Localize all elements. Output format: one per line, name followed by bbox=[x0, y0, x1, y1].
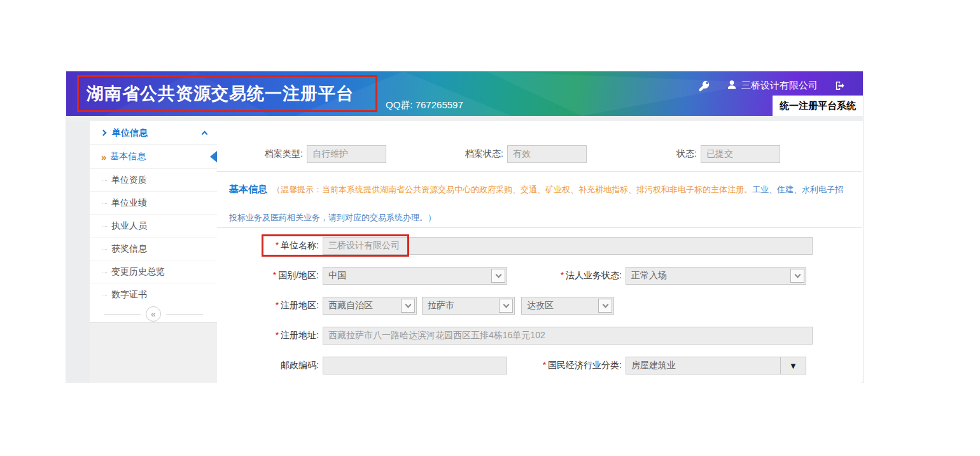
chevron-up-icon bbox=[202, 131, 208, 137]
section-hint-orange: （温馨提示：当前本系统提供湖南省公共资源交易中心的政府采购、交通、矿业权、补充耕… bbox=[272, 185, 752, 194]
sidebar-item-practitioners[interactable]: 执业人员 bbox=[90, 214, 217, 237]
unit-name-label: *单位名称: bbox=[217, 240, 323, 252]
app-window: 湖南省公共资源交易统一注册平台 QQ群: 767265597 三桥设计有限公司 … bbox=[66, 71, 864, 383]
sidebar-filler bbox=[90, 322, 217, 383]
sidebar-item-change-history[interactable]: 变更历史总览 bbox=[90, 260, 217, 283]
legal-status-select[interactable]: 正常入场 bbox=[626, 267, 806, 285]
sidebar-item-digital-certificate[interactable]: 数字证书 bbox=[90, 283, 217, 306]
required-asterisk: * bbox=[561, 270, 564, 280]
active-arrow-icon bbox=[210, 151, 217, 162]
section-intro: 基本信息（温馨提示：当前本系统提供湖南省公共资源交易中心的政府采购、交通、矿业权… bbox=[217, 172, 862, 228]
reg-address-input[interactable] bbox=[323, 327, 813, 345]
sidebar-item-unit-performance[interactable]: 单位业绩 bbox=[90, 191, 217, 214]
header-actions: 三桥设计有限公司 bbox=[699, 80, 845, 92]
industry-select[interactable]: 房屋建筑业 ▼ bbox=[626, 357, 806, 374]
sidebar-item-awards[interactable]: 获奖信息 bbox=[90, 237, 217, 260]
sidebar-item-label: 数字证书 bbox=[111, 289, 147, 301]
header-facet bbox=[486, 71, 760, 116]
status-input[interactable] bbox=[701, 145, 780, 163]
sidebar-item-label: 单位资质 bbox=[111, 175, 147, 186]
sidebar-item-basic-info[interactable]: » 基本信息 bbox=[90, 145, 217, 168]
user-company-name: 三桥设计有限公司 bbox=[741, 80, 818, 92]
sidebar-group-unit-info[interactable]: 单位信息 bbox=[90, 121, 217, 145]
left-strip bbox=[66, 121, 90, 383]
field-label: 档案状态: bbox=[465, 148, 503, 160]
collapse-icon: « bbox=[146, 306, 161, 322]
form-row-unit-name: *单位名称: bbox=[217, 237, 862, 255]
qq-group-label: QQ群: 767265597 bbox=[386, 99, 463, 111]
country-select[interactable]: 中国 bbox=[323, 267, 507, 285]
system-tab[interactable]: 统一注册平台系统 bbox=[773, 96, 863, 116]
chevron-right-icon bbox=[101, 130, 107, 136]
form-row-country-status: *国别/地区: 中国 *法人业务状态: 正常入场 bbox=[217, 267, 862, 285]
industry-label: *国民经济行业分类: bbox=[507, 360, 626, 371]
user-icon bbox=[727, 80, 737, 92]
annotation-box-title: 湖南省公共资源交易统一注册平台 bbox=[77, 75, 377, 112]
sidebar-collapse-button[interactable]: « bbox=[90, 306, 217, 322]
legal-status-label: *法人业务状态: bbox=[507, 270, 626, 281]
chevron-down-icon bbox=[491, 269, 505, 283]
status-field-status: 状态: bbox=[676, 145, 780, 163]
field-label: 状态: bbox=[676, 148, 697, 160]
header-divider bbox=[66, 116, 863, 121]
chevron-down-icon bbox=[401, 299, 415, 313]
body-row: 单位信息 » 基本信息 单位资质 单位业绩 执业人员 bbox=[66, 121, 863, 383]
chevron-down-icon bbox=[499, 299, 513, 313]
divider-line bbox=[104, 314, 141, 315]
sidebar-item-unit-qualification[interactable]: 单位资质 bbox=[90, 168, 217, 191]
city-select[interactable]: 拉萨市 bbox=[422, 297, 515, 315]
divider-line bbox=[166, 314, 203, 315]
sidebar-item-label: 单位业绩 bbox=[111, 197, 147, 209]
basic-info-form: *单位名称: *国别/地区: 中国 *法人业务状态: bbox=[217, 228, 862, 374]
status-field-archive-status: 档案状态: bbox=[465, 145, 587, 163]
reg-address-label: *注册地址: bbox=[217, 330, 323, 341]
app-header: 湖南省公共资源交易统一注册平台 QQ群: 767265597 三桥设计有限公司 … bbox=[66, 71, 863, 116]
required-asterisk: * bbox=[273, 270, 276, 280]
status-field-archive-type: 档案类型: bbox=[265, 145, 386, 163]
chevron-down-icon bbox=[598, 299, 612, 313]
sidebar-item-label: 获奖信息 bbox=[111, 243, 147, 255]
sidebar-item-label: 变更历史总览 bbox=[111, 266, 165, 278]
sidebar-menu: » 基本信息 单位资质 单位业绩 执业人员 获奖信息 变更历史总览 bbox=[90, 145, 217, 306]
district-select[interactable]: 达孜区 bbox=[521, 297, 614, 315]
sidebar-item-label: 基本信息 bbox=[110, 151, 146, 162]
province-select[interactable]: 西藏自治区 bbox=[323, 297, 417, 315]
required-asterisk: * bbox=[276, 300, 279, 310]
sidebar: 单位信息 » 基本信息 单位资质 单位业绩 执业人员 bbox=[90, 121, 217, 383]
section-title: 基本信息 bbox=[229, 183, 267, 194]
user-menu[interactable]: 三桥设计有限公司 bbox=[727, 80, 818, 92]
form-row-reg-address: *注册地址: bbox=[217, 327, 862, 345]
triangle-down-icon: ▼ bbox=[780, 357, 806, 374]
required-asterisk: * bbox=[276, 240, 279, 250]
unit-name-input[interactable] bbox=[323, 237, 813, 255]
reg-region-label: *注册地区: bbox=[217, 300, 323, 311]
required-asterisk: * bbox=[276, 330, 279, 340]
main-panel: 档案类型: 档案状态: 状态: 基本信息（温馨提示：当前本系统提供湖南省公共资源… bbox=[217, 121, 862, 383]
status-bar: 档案类型: 档案状态: 状态: bbox=[217, 121, 862, 172]
required-asterisk: * bbox=[543, 360, 546, 370]
page-title: 湖南省公共资源交易统一注册平台 bbox=[87, 82, 354, 105]
postal-code-input[interactable] bbox=[323, 357, 507, 374]
active-marker-icon: » bbox=[101, 152, 106, 162]
sidebar-group-label: 单位信息 bbox=[112, 127, 202, 139]
field-label: 档案类型: bbox=[265, 148, 303, 160]
sidebar-item-label: 执业人员 bbox=[111, 220, 147, 232]
chevron-down-icon bbox=[790, 269, 804, 283]
key-icon[interactable] bbox=[699, 80, 710, 92]
archive-type-input[interactable] bbox=[307, 145, 386, 163]
form-row-postal-industry: 邮政编码: *国民经济行业分类: 房屋建筑业 ▼ bbox=[217, 357, 862, 374]
archive-status-input[interactable] bbox=[507, 145, 587, 163]
postal-code-label: 邮政编码: bbox=[217, 360, 323, 371]
form-row-reg-region: *注册地区: 西藏自治区 拉萨市 达孜区 bbox=[217, 297, 862, 315]
country-label: *国别/地区: bbox=[217, 270, 323, 281]
logout-icon[interactable] bbox=[834, 80, 845, 91]
